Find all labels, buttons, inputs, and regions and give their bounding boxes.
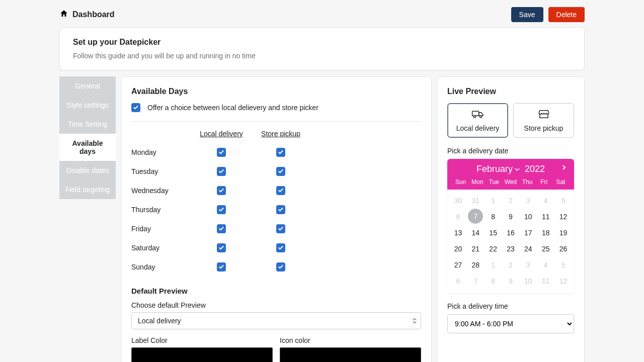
- offer-checkbox[interactable]: [131, 103, 140, 112]
- sidebar-item-style-settings[interactable]: Style settings: [59, 96, 116, 115]
- chevron-updown-icon: [413, 318, 417, 324]
- calendar-day[interactable]: 24: [519, 241, 537, 257]
- calendar-day: 4: [537, 193, 554, 209]
- day-name: Monday: [131, 148, 192, 156]
- calendar-day: 1: [485, 193, 502, 209]
- available-days-panel: Available Days Offer a choice between lo…: [121, 76, 432, 362]
- chevron-right-icon: [561, 164, 567, 170]
- calendar: February 2022 SunMonTueWedThuFriSat 3031…: [447, 159, 574, 293]
- default-preview-label: Choose default Preview: [131, 301, 421, 309]
- day-name: Saturday: [131, 244, 192, 252]
- calendar-day: 3: [519, 257, 537, 273]
- time-select[interactable]: 9:00 AM - 6:00 PM: [447, 314, 574, 333]
- calendar-day: 9: [502, 273, 520, 289]
- pickup-checkbox[interactable]: [276, 205, 285, 214]
- local-checkbox[interactable]: [217, 148, 226, 157]
- pickup-checkbox[interactable]: [276, 262, 285, 272]
- svg-point-2: [479, 116, 481, 118]
- calendar-day: 31: [467, 193, 485, 209]
- calendar-day: 6: [449, 273, 467, 289]
- calendar-year[interactable]: 2022: [525, 164, 545, 174]
- local-checkbox[interactable]: [217, 186, 226, 195]
- pickup-checkbox[interactable]: [276, 148, 285, 157]
- day-name: Friday: [131, 225, 192, 233]
- toggle-store-pickup[interactable]: Store pickup: [513, 103, 574, 138]
- local-checkbox[interactable]: [217, 205, 226, 214]
- toggle-local-delivery[interactable]: Local delivery: [447, 103, 508, 138]
- svg-point-1: [473, 116, 475, 118]
- calendar-day[interactable]: 18: [537, 225, 554, 241]
- calendar-day[interactable]: 14: [467, 225, 485, 241]
- sidebar-item-disable-dates[interactable]: Disable dates: [59, 161, 116, 180]
- calendar-day[interactable]: 28: [467, 257, 485, 273]
- calendar-day[interactable]: 20: [449, 241, 467, 257]
- calendar-day[interactable]: 12: [554, 209, 572, 225]
- day-row: Wednesday: [131, 181, 421, 200]
- label-color-label: Label Color: [131, 336, 273, 344]
- day-row: Tuesday: [131, 162, 421, 181]
- calendar-day: 1: [485, 257, 502, 273]
- calendar-day: 2: [502, 193, 520, 209]
- store-icon: [537, 109, 550, 121]
- guide-card: Set up your Datepicker Follow this guide…: [59, 27, 585, 70]
- local-checkbox[interactable]: [217, 262, 226, 272]
- calendar-day[interactable]: 17: [519, 225, 537, 241]
- calendar-day: 10: [519, 273, 537, 289]
- sidebar-item-time-setting[interactable]: Time Setting: [59, 115, 116, 134]
- delete-button[interactable]: Delete: [548, 7, 585, 22]
- calendar-day[interactable]: 27: [449, 257, 467, 273]
- day-row: Friday: [131, 219, 421, 238]
- icon-color-swatch[interactable]: [280, 347, 421, 362]
- day-row: Monday: [131, 143, 421, 162]
- default-preview-select[interactable]: Local delivery: [131, 312, 421, 329]
- calendar-next-button[interactable]: [561, 164, 567, 172]
- calendar-day[interactable]: 23: [502, 241, 520, 257]
- calendar-dow: Tue: [486, 178, 502, 186]
- preview-heading: Live Preview: [447, 87, 574, 96]
- available-heading: Available Days: [131, 87, 421, 96]
- live-preview-panel: Live Preview Local delivery Store pickup: [437, 76, 585, 362]
- calendar-day: 12: [554, 273, 572, 289]
- local-checkbox[interactable]: [217, 224, 226, 233]
- calendar-month-select[interactable]: February: [476, 164, 520, 174]
- brand[interactable]: Dashboard: [59, 9, 115, 20]
- pickup-checkbox[interactable]: [276, 224, 285, 233]
- day-row: Sunday: [131, 257, 421, 277]
- calendar-day[interactable]: 26: [554, 241, 572, 257]
- calendar-day[interactable]: 8: [485, 209, 502, 225]
- calendar-day[interactable]: 11: [537, 209, 554, 225]
- day-name: Tuesday: [131, 167, 192, 175]
- save-button[interactable]: Save: [511, 7, 543, 22]
- calendar-day[interactable]: 9: [502, 209, 520, 225]
- calendar-day[interactable]: 21: [467, 241, 485, 257]
- sidebar-item-general[interactable]: General: [59, 76, 116, 96]
- calendar-day[interactable]: 25: [537, 241, 554, 257]
- guide-title: Set up your Datepicker: [73, 38, 571, 47]
- calendar-day[interactable]: 22: [485, 241, 502, 257]
- local-checkbox[interactable]: [217, 243, 226, 252]
- calendar-dow: Sun: [452, 178, 469, 186]
- calendar-day[interactable]: 10: [519, 209, 537, 225]
- pickup-checkbox[interactable]: [276, 167, 285, 176]
- sidebar-item-available-days[interactable]: Available days: [59, 134, 116, 161]
- sidebar-item-field-targeting[interactable]: Field targeting: [59, 180, 116, 199]
- pickup-checkbox[interactable]: [276, 186, 285, 195]
- calendar-day[interactable]: 19: [554, 225, 572, 241]
- calendar-day[interactable]: 7: [468, 209, 483, 224]
- col-pickup-header: Store pickup: [261, 130, 300, 138]
- offer-label: Offer a choice between local delievery a…: [147, 104, 318, 112]
- day-name: Wednesday: [131, 187, 192, 195]
- pick-date-label: Pick a delivery date: [447, 147, 574, 155]
- calendar-day: 8: [485, 273, 502, 289]
- calendar-day: 5: [554, 193, 572, 209]
- calendar-day[interactable]: 13: [449, 225, 467, 241]
- local-checkbox[interactable]: [217, 167, 226, 176]
- calendar-day: 6: [449, 209, 467, 225]
- calendar-month: February: [476, 164, 513, 174]
- toggle-pickup-label: Store pickup: [524, 124, 564, 132]
- calendar-dow: Wed: [502, 178, 519, 186]
- pickup-checkbox[interactable]: [276, 243, 285, 252]
- label-color-swatch[interactable]: [131, 347, 273, 362]
- calendar-day[interactable]: 15: [485, 225, 502, 241]
- calendar-day[interactable]: 16: [502, 225, 520, 241]
